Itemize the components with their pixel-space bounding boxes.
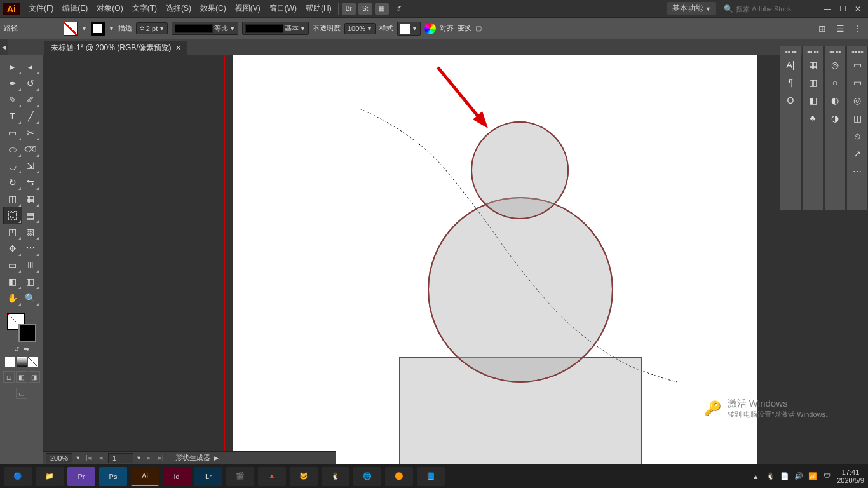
last-artboard-button[interactable]: ▸| <box>156 454 166 462</box>
status-info-dropdown[interactable]: ▶ <box>214 455 219 461</box>
brush-definition-dd[interactable]: 基本▼ <box>242 22 309 35</box>
tool-10-1[interactable]: ▧ <box>22 224 39 240</box>
swatches-panel-icon[interactable]: ◎ <box>849 92 865 109</box>
maximize-button[interactable]: ☐ <box>835 3 850 15</box>
tool-1-0[interactable]: ✒ <box>4 75 22 92</box>
tool-12-1[interactable]: Ⅲ <box>22 257 39 273</box>
tool-10-0[interactable]: ◳ <box>4 224 22 240</box>
minimize-button[interactable]: — <box>820 3 835 15</box>
tray-icon-1[interactable]: 📄 <box>780 472 790 480</box>
tool-8-0[interactable]: ◫ <box>4 191 22 207</box>
artboards-panel-icon[interactable]: ▭ <box>849 57 865 73</box>
taskbar-app-11[interactable]: 🌐 <box>353 467 381 486</box>
tool-14-0[interactable]: ✋ <box>4 290 22 306</box>
taskbar-app-1[interactable]: 📁 <box>36 467 64 486</box>
menu-help[interactable]: 帮助(H) <box>301 0 336 18</box>
bridge-button[interactable]: Br <box>342 3 356 15</box>
fill-dropdown[interactable]: ▼ <box>81 25 87 32</box>
taskbar-app-6[interactable]: Lr <box>194 467 222 486</box>
menu-file[interactable]: 文件(F) <box>24 0 58 18</box>
taskbar-app-0[interactable]: 🔵 <box>4 467 32 486</box>
menu-type[interactable]: 文字(T) <box>128 0 161 18</box>
tool-3-1[interactable]: ╱ <box>22 108 39 125</box>
taskbar-app-8[interactable]: 🔺 <box>258 467 286 486</box>
menu-edit[interactable]: 编辑(E) <box>58 0 92 18</box>
opentype-panel-icon[interactable]: O <box>782 92 799 109</box>
tool-13-0[interactable]: ◧ <box>4 273 22 290</box>
artboard-number-field[interactable]: 1 <box>108 453 133 463</box>
screen-mode-button[interactable]: ▭ <box>16 388 27 399</box>
tray-date[interactable]: 2020/5/9 <box>837 477 864 484</box>
export-panel-icon[interactable]: ↗ <box>849 146 865 162</box>
tool-13-1[interactable]: ▥ <box>22 273 39 290</box>
stroke-weight-stepper[interactable]: ≎ <box>139 24 145 32</box>
tool-12-0[interactable]: ▭ <box>4 257 22 273</box>
next-artboard-button[interactable]: ▸ <box>144 454 153 462</box>
tool-6-0[interactable]: ◡ <box>4 158 22 174</box>
canvas-viewport[interactable]: 🔑 激活 Windows 转到"电脑设置"以激活 Windows。 <box>43 55 868 464</box>
align-panel-icon[interactable]: ▦ <box>804 57 821 73</box>
tool-4-0[interactable]: ▭ <box>4 125 22 141</box>
color-mode-gradient[interactable] <box>17 357 27 367</box>
taskbar-app-5[interactable]: Id <box>163 467 191 486</box>
tool-9-1[interactable]: ▤ <box>22 207 39 224</box>
tool-0-0[interactable]: ▸ <box>4 58 22 75</box>
tool-2-0[interactable]: ✎ <box>4 92 22 108</box>
zoom-dropdown[interactable]: ▼ <box>75 455 81 461</box>
close-tab-button[interactable]: ✕ <box>175 44 181 52</box>
more-panel-icon[interactable]: ⋯ <box>849 163 865 180</box>
taskbar-app-13[interactable]: 📘 <box>417 467 445 486</box>
align-label[interactable]: 对齐 <box>440 24 454 33</box>
transform-label[interactable]: 变换 <box>458 24 471 33</box>
pathfinder-panel-icon[interactable]: ◧ <box>804 92 821 109</box>
recolor-button[interactable] <box>424 23 436 34</box>
tool-14-1[interactable]: 🔍 <box>22 290 39 306</box>
tool-11-0[interactable]: ✥ <box>4 240 22 257</box>
character-panel-icon[interactable]: A| <box>782 57 799 73</box>
style-swatch[interactable]: ▼ <box>397 22 421 36</box>
tray-icon-4[interactable]: 🛡 <box>822 472 832 480</box>
more-options-icon[interactable]: ⋮ <box>851 22 864 35</box>
prev-artboard-button[interactable]: ◂ <box>97 454 105 462</box>
tool-0-1[interactable]: ◂ <box>22 58 39 75</box>
graphic-styles-icon[interactable]: ◐ <box>827 92 843 109</box>
default-colors-button[interactable]: ↺ <box>12 344 21 353</box>
cc-libraries-icon[interactable]: ◎ <box>827 57 843 73</box>
draw-behind[interactable]: ◧ <box>16 371 27 383</box>
swap-colors-button[interactable]: ⇆ <box>22 344 31 353</box>
tool-11-1[interactable]: 〰 <box>22 240 39 257</box>
tray-icon-3[interactable]: 📶 <box>808 472 818 480</box>
workspace-switcher[interactable]: 基本功能 ▼ <box>667 2 716 15</box>
first-artboard-button[interactable]: |◂ <box>83 454 94 462</box>
stroke-swatch[interactable] <box>91 22 105 36</box>
zoom-field[interactable]: 200% <box>46 453 72 463</box>
tray-expand-icon[interactable]: ▲ <box>750 473 761 480</box>
tray-icon-2[interactable]: 🔊 <box>794 472 804 480</box>
menu-select[interactable]: 选择(S) <box>161 0 196 18</box>
tool-8-1[interactable]: ▦ <box>22 191 39 207</box>
tool-2-1[interactable]: ✐ <box>22 92 39 108</box>
document-tab[interactable]: 未标题-1* @ 200% (RGB/像素预览) ✕ <box>44 41 187 55</box>
tray-time[interactable]: 17:41 <box>837 468 864 476</box>
tool-7-1[interactable]: ⇆ <box>22 174 39 191</box>
menu-window[interactable]: 窗口(W) <box>265 0 301 18</box>
appearance-panel-icon[interactable]: ○ <box>827 74 843 91</box>
draw-normal[interactable]: ◻ <box>3 371 15 383</box>
tool-7-0[interactable]: ↻ <box>4 174 22 191</box>
close-button[interactable]: ✕ <box>850 3 865 15</box>
tool-9-0[interactable]: ⿴ <box>4 207 22 224</box>
taskbar-app-4[interactable]: Ai <box>131 467 159 486</box>
tool-6-1[interactable]: ⇲ <box>22 158 39 174</box>
links-panel-icon[interactable]: ⎋ <box>849 128 865 144</box>
menu-view[interactable]: 视图(V) <box>231 0 265 18</box>
tool-5-1[interactable]: ⌫ <box>22 141 39 158</box>
stroke-color-proxy[interactable] <box>18 324 36 342</box>
color-mode-none[interactable] <box>28 357 38 367</box>
tool-5-0[interactable]: ⬭ <box>4 141 22 158</box>
menu-effect[interactable]: 效果(C) <box>196 0 231 18</box>
taskbar-app-2[interactable]: Pr <box>67 467 95 486</box>
essentials-icon[interactable]: ⊞ <box>816 22 829 35</box>
taskbar-app-10[interactable]: 🐧 <box>322 467 349 486</box>
width-profile-dd[interactable]: 等比▼ <box>172 22 238 35</box>
collapse-panels-button[interactable]: ◂ <box>0 39 8 55</box>
